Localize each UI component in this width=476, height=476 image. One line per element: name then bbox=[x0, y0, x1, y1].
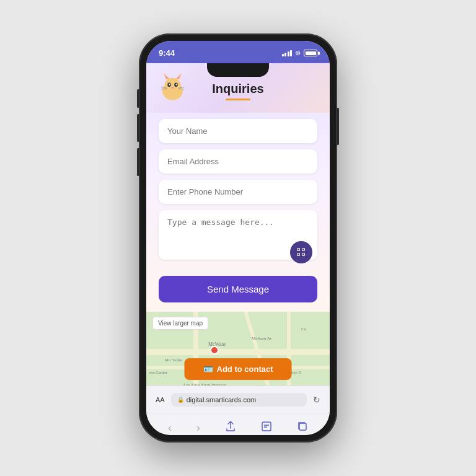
svg-point-8 bbox=[169, 84, 170, 86]
battery-icon bbox=[304, 50, 317, 56]
phone-input[interactable] bbox=[159, 180, 317, 204]
svg-point-1 bbox=[165, 78, 181, 93]
title-underline bbox=[226, 99, 250, 100]
silent-button bbox=[137, 89, 139, 108]
view-larger-map-button[interactable]: View larger map bbox=[152, 317, 208, 330]
contact-icon: 🪪 bbox=[203, 364, 213, 374]
svg-rect-18 bbox=[299, 423, 306, 430]
add-to-contact-button[interactable]: 🪪 Add to contact bbox=[185, 358, 292, 380]
page-title: Inquiries bbox=[212, 82, 263, 96]
volume-up-button bbox=[137, 114, 139, 142]
browser-bar: AA 🔒 digital.smarticards.com ↻ bbox=[146, 386, 330, 413]
form-area: Send Message bbox=[146, 113, 330, 312]
cat-image bbox=[156, 69, 190, 104]
grid-fab-button[interactable] bbox=[290, 241, 312, 263]
wifi-icon: ⊛ bbox=[295, 49, 301, 57]
url-text: digital.smarticards.com bbox=[187, 396, 256, 403]
reload-icon[interactable]: ↻ bbox=[313, 395, 320, 405]
svg-point-10 bbox=[171, 87, 175, 89]
scrollable-area[interactable]: Inquiries bbox=[146, 63, 330, 386]
forward-button[interactable]: › bbox=[192, 419, 205, 435]
font-size-control[interactable]: AA bbox=[156, 396, 165, 403]
phone-screen: 9:44 ⊛ bbox=[146, 41, 330, 435]
status-bar: 9:44 ⊛ bbox=[146, 41, 330, 63]
name-input[interactable] bbox=[159, 119, 317, 143]
bookmark-button[interactable] bbox=[256, 418, 277, 435]
tabs-button[interactable] bbox=[292, 418, 313, 435]
svg-point-9 bbox=[176, 84, 177, 86]
message-wrapper bbox=[159, 210, 317, 268]
status-time: 9:44 bbox=[159, 48, 175, 58]
grid-icon bbox=[297, 248, 306, 257]
phone-frame: 9:44 ⊛ bbox=[139, 33, 337, 443]
email-input[interactable] bbox=[159, 149, 317, 174]
notch bbox=[207, 63, 269, 77]
status-icons: ⊛ bbox=[282, 49, 318, 57]
url-bar[interactable]: 🔒 digital.smarticards.com bbox=[171, 393, 307, 407]
map-area: View larger map 🪪 Add to contact bbox=[146, 312, 330, 386]
lock-icon: 🔒 bbox=[177, 397, 184, 403]
power-button bbox=[337, 108, 339, 145]
svg-rect-15 bbox=[262, 422, 271, 431]
share-button[interactable] bbox=[220, 418, 241, 435]
header-title-block: Inquiries bbox=[212, 82, 263, 100]
send-message-button[interactable]: Send Message bbox=[159, 276, 317, 302]
app-content: Inquiries bbox=[146, 63, 330, 386]
back-button[interactable]: ‹ bbox=[163, 419, 177, 435]
volume-down-button bbox=[137, 148, 139, 176]
bottom-nav: ‹ › bbox=[146, 413, 330, 435]
signal-icon bbox=[282, 50, 293, 56]
